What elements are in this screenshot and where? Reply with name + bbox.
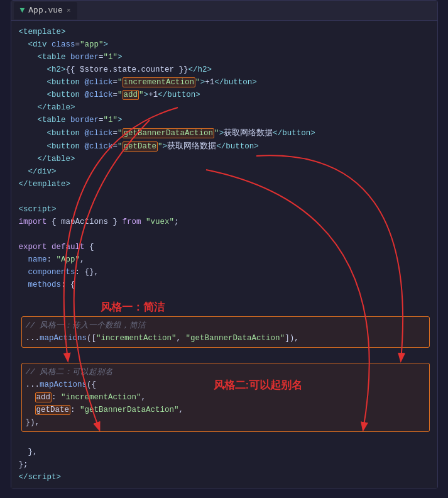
line-blank5 xyxy=(19,433,430,446)
line-script-close: </script> xyxy=(19,471,430,484)
style2-code3: getDate: "getBannerDataAction", xyxy=(26,404,425,416)
line-components: components: {}, xyxy=(19,266,430,279)
line-table2-close: </table> xyxy=(19,153,430,165)
line-name: name: "App", xyxy=(19,253,430,266)
line-template-open: <template> xyxy=(19,26,430,38)
line-import: import { mapActions } from "vuex"; xyxy=(19,216,430,228)
app-vue-tab[interactable]: ▼ App.vue × xyxy=(14,2,77,19)
line-methods: methods: { xyxy=(19,279,430,291)
style1-section: // 风格一：传入一个数组，简洁 ...mapActions(["increme… xyxy=(21,316,430,348)
style1-comment: // 风格一：传入一个数组，简洁 xyxy=(26,319,425,332)
line-div-close: </div> xyxy=(19,165,430,178)
line-btn-getdate: <button @click="getDate">获取网络数据</button> xyxy=(19,140,430,153)
annotation-style1: 风格一：简洁 xyxy=(101,299,165,316)
line-template-close: </template> xyxy=(19,178,430,191)
line-export-close: }; xyxy=(19,458,430,471)
line-btn-getbanner: <button @click="getBannerDataAction">获取网… xyxy=(19,126,430,140)
line-table1-open: <table border="1"> xyxy=(19,51,430,64)
line-export: export default { xyxy=(19,241,430,253)
annotation-style2: 风格二:可以起别名 xyxy=(214,377,303,394)
line-h2: <h2>{{ $store.state.counter }}</h2> xyxy=(19,64,430,76)
line-table1-close: </table> xyxy=(19,101,430,114)
tab-label: App.vue xyxy=(28,6,63,15)
line-script-open: <script> xyxy=(19,203,430,216)
line-blank1 xyxy=(19,191,430,203)
vue-icon: ▼ xyxy=(20,6,25,15)
line-btn-increment: <button @click="incrementAction">+1</but… xyxy=(19,76,430,89)
tab-bar: ▼ App.vue × xyxy=(11,1,437,21)
line-table2-open: <table border="1"> xyxy=(19,114,430,126)
line-btn-add: <button @click="add">+1</button> xyxy=(19,89,430,101)
line-blank2 xyxy=(19,228,430,241)
line-div-open: <div class="app"> xyxy=(19,38,430,51)
editor-window: ▼ App.vue × <template> <div class="app">… xyxy=(11,0,438,489)
code-editor: <template> <div class="app"> <table bord… xyxy=(11,21,437,489)
close-icon[interactable]: × xyxy=(67,7,71,14)
style2-section: // 风格二：可以起别名 ...mapActions({ add: "incre… xyxy=(21,363,430,432)
line-methods-close: }, xyxy=(19,446,430,458)
line-blank4 xyxy=(19,349,430,362)
line-blank3 xyxy=(19,291,430,304)
style2-code4: }), xyxy=(26,416,425,429)
style1-code: ...mapActions(["incrementAction", "getBa… xyxy=(26,332,425,345)
